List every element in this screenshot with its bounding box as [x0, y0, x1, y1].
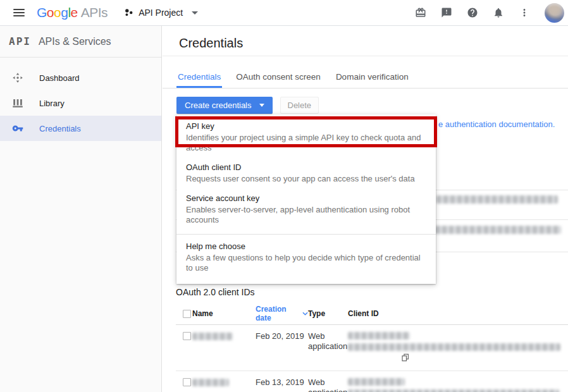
- sidebar-item-credentials[interactable]: Credentials: [0, 116, 161, 141]
- client-id-cell: [348, 331, 568, 365]
- delete-button[interactable]: Delete: [280, 97, 319, 114]
- column-header-creation-date[interactable]: Creation date: [256, 305, 308, 322]
- table-row[interactable]: Feb 13, 2019 Web application: [176, 371, 568, 392]
- oauth-section-title: OAuth 2.0 client IDs: [176, 287, 255, 297]
- redacted-client-id: [348, 378, 405, 386]
- dropdown-item-service-account-key[interactable]: Service account key Enables server-to-se…: [176, 190, 436, 231]
- project-icon: [124, 8, 134, 18]
- account-avatar[interactable]: [545, 3, 564, 23]
- dropdown-item-help-me-choose[interactable]: Help me choose Asks a few questions to h…: [176, 238, 436, 279]
- gift-icon[interactable]: [415, 7, 426, 18]
- copy-icon[interactable]: [401, 353, 410, 362]
- column-header-client-id[interactable]: Client ID: [348, 309, 568, 318]
- table-header-row: Name Creation date Type Client ID: [176, 303, 568, 325]
- redacted-api-key-row: [436, 195, 558, 204]
- apis-logo-suffix: APIs: [81, 5, 108, 20]
- project-selector[interactable]: API Project: [124, 8, 198, 18]
- sidebar-nav: Dashboard Library Credentials: [0, 65, 161, 141]
- divider: [176, 234, 436, 235]
- authentication-documentation-link[interactable]: e authentication documentation.: [438, 119, 555, 129]
- main-content: Credentials Credentials OAuth consent sc…: [163, 26, 568, 392]
- dropdown-item-oauth-client-id[interactable]: OAuth client ID Requests user consent so…: [176, 159, 436, 190]
- oauth-client-ids-table: Name Creation date Type Client ID Feb 20…: [176, 303, 568, 392]
- row-checkbox[interactable]: [183, 332, 191, 340]
- api-product-logo: API: [9, 35, 31, 47]
- tab-domain-verification[interactable]: Domain verification: [335, 72, 410, 88]
- redacted-client-name: [192, 379, 229, 386]
- table-row[interactable]: Feb 20, 2019 Web application: [176, 325, 568, 371]
- dropdown-item-api-key[interactable]: API key Identifies your project using a …: [176, 118, 436, 159]
- create-credentials-button[interactable]: Create credentials: [176, 97, 273, 114]
- client-id-cell: [348, 377, 568, 392]
- sidebar-item-library[interactable]: Library: [0, 90, 161, 116]
- sidebar: API APIs & Services Dashboard Library Cr…: [0, 26, 162, 392]
- more-vert-icon[interactable]: [519, 7, 530, 18]
- feedback-icon[interactable]: [441, 7, 452, 18]
- topbar-actions: [415, 3, 568, 23]
- type-cell: Web application: [308, 377, 348, 392]
- chevron-down-icon: [192, 11, 198, 15]
- project-name: API Project: [139, 8, 183, 18]
- select-all-checkbox[interactable]: [183, 310, 191, 318]
- creation-date-cell: Feb 20, 2019: [256, 331, 308, 341]
- chevron-down-icon: [259, 104, 264, 107]
- library-icon: [12, 97, 23, 109]
- sidebar-item-dashboard[interactable]: Dashboard: [0, 65, 161, 90]
- dashboard-icon: [12, 72, 23, 83]
- create-credentials-dropdown: API key Identifies your project using a …: [176, 114, 436, 284]
- redacted-client-id: [348, 343, 560, 351]
- google-apis-logo: Google APIs: [37, 5, 108, 20]
- page-header: Credentials: [163, 26, 568, 56]
- sidebar-header: API APIs & Services: [0, 26, 161, 58]
- action-buttons: Create credentials Delete: [176, 97, 319, 114]
- sort-chevron-down-icon: [302, 312, 308, 315]
- column-header-name[interactable]: Name: [192, 309, 256, 318]
- menu-hamburger-icon[interactable]: [13, 9, 25, 16]
- tab-credentials[interactable]: Credentials: [176, 72, 222, 88]
- help-icon[interactable]: [467, 7, 478, 18]
- page-title: Credentials: [163, 26, 568, 51]
- tab-oauth-consent-screen[interactable]: OAuth consent screen: [235, 72, 322, 88]
- redacted-client-id: [348, 389, 559, 392]
- notifications-bell-icon[interactable]: [493, 7, 504, 18]
- redacted-client-name: [192, 333, 233, 340]
- redacted-client-id: [348, 332, 410, 340]
- type-cell: Web application: [308, 331, 348, 352]
- sidebar-title: APIs & Services: [39, 36, 111, 47]
- row-checkbox[interactable]: [183, 378, 191, 386]
- creation-date-cell: Feb 13, 2019: [256, 377, 308, 388]
- column-header-type[interactable]: Type: [308, 309, 348, 318]
- tab-bar: Credentials OAuth consent screen Domain …: [163, 56, 568, 89]
- topbar: Google APIs API Project: [0, 0, 568, 26]
- redacted-api-key-row: [435, 226, 561, 234]
- key-icon: [12, 123, 23, 134]
